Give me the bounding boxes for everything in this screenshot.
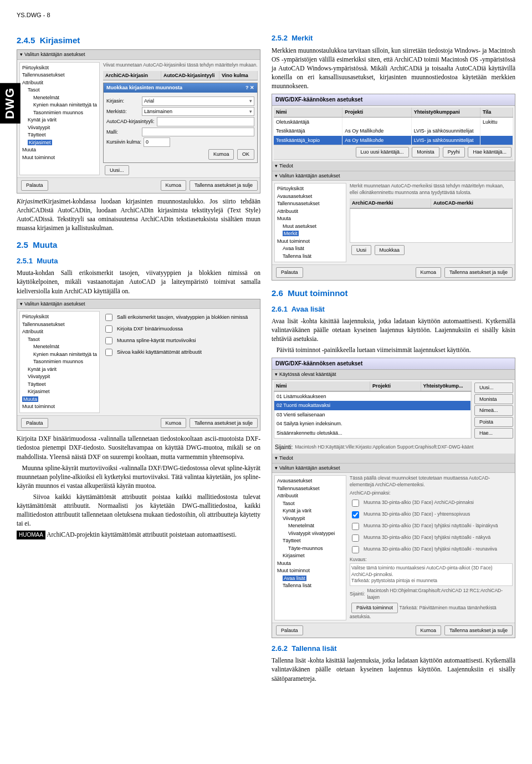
help-icon[interactable]: ? ✕ [245, 84, 254, 91]
tree-item[interactable]: Kynät ja värit [22, 116, 97, 124]
tree-item-selected[interactable]: Kirjasimet [28, 140, 52, 145]
tree-item[interactable]: Viivatyypit [277, 515, 344, 523]
tree-item[interactable]: Avaa lisät [277, 245, 344, 253]
duplicate-button[interactable]: Monista [474, 394, 513, 405]
checkbox[interactable] [352, 546, 359, 553]
tree-item[interactable]: Menetelmät [22, 94, 97, 102]
table-row[interactable]: 03 Vienti sellaisenaan [274, 410, 471, 420]
rename-button[interactable]: Nimeä... [474, 405, 513, 416]
new-button[interactable]: Uusi [351, 245, 371, 256]
save-close-button[interactable]: Tallenna asetukset ja sulje [444, 267, 513, 278]
delete-button[interactable]: Poista [474, 417, 513, 427]
tree-item[interactable]: Kynät ja värit [22, 366, 97, 374]
cancel-button[interactable]: Kumoa [416, 267, 442, 278]
save-close-button[interactable]: Tallenna asetukset ja sulje [444, 625, 513, 636]
checkbox[interactable] [352, 523, 359, 530]
browse-button[interactable]: Hae... [474, 428, 513, 439]
tree-item[interactable]: Kynät ja värit [277, 507, 344, 515]
tree-item[interactable]: Attribuutit [22, 328, 97, 336]
tree-item[interactable]: Muuta [277, 215, 344, 223]
fig1-tree[interactable]: Piirtoyksiköt Tallennusasetukset Attribu… [19, 62, 100, 175]
tree-item[interactable]: Attribuutit [22, 79, 97, 87]
checkbox-splines[interactable] [105, 337, 112, 344]
tree-item[interactable]: Tasot [22, 336, 97, 344]
tree-item[interactable]: Täytteet [22, 131, 97, 139]
tree-item[interactable]: Tallennusasetukset [277, 200, 344, 208]
tree-item[interactable]: Täytteet [277, 537, 344, 545]
tree-item[interactable]: Muuta [277, 560, 344, 568]
tree-item[interactable]: Attribuutit [277, 492, 344, 500]
cancel-button[interactable]: Kumoa [161, 418, 187, 429]
table-row[interactable]: Sisäänrakennettu oletuskää... [274, 429, 471, 438]
tree-item[interactable]: Piirtoyksiköt [22, 313, 97, 321]
tree-item[interactable]: Viivatyypit [22, 373, 97, 381]
tree-item[interactable]: Tallenna lisät [277, 253, 344, 261]
restore-button[interactable]: Palauta [276, 267, 303, 278]
restore-button[interactable]: Palauta [276, 625, 303, 636]
restore-button[interactable]: Palauta [21, 418, 48, 429]
tree-item[interactable]: Muuta [22, 146, 97, 154]
checkbox-clean-attrs[interactable] [105, 349, 112, 356]
tree-item[interactable]: Kirjasimet [22, 388, 97, 396]
duplicate-button[interactable]: Monista [412, 147, 439, 157]
tree-item-selected[interactable]: Merkit [283, 231, 299, 236]
table-row-selected[interactable]: Testikääntäjä_kopioAs Oy MallikohdeLVIS-… [274, 136, 513, 145]
tree-item[interactable]: Muut toiminnot [22, 403, 97, 411]
ok-button[interactable]: OK [237, 149, 254, 160]
cancel-button[interactable]: Kumoa [161, 180, 187, 191]
tree-item[interactable]: Täytteet [22, 381, 97, 389]
cancel-button[interactable]: Kumoa [416, 625, 442, 636]
restore-button[interactable]: Palauta [21, 180, 48, 191]
tree-item[interactable]: Kynien mukaan nimitettyjä ta [22, 101, 97, 109]
tree-item[interactable]: Viivatyypit viivatyypei [277, 530, 344, 538]
tree-item-selected[interactable]: Avaa lisät [283, 575, 306, 581]
fig4-tree[interactable]: Avausasetukset Tallennusasetukset Attrib… [274, 475, 346, 620]
browse-button[interactable]: Hae kääntäjä... [468, 147, 511, 157]
tree-item[interactable]: Tasot [22, 86, 97, 94]
new-translator-button[interactable]: Luo uusi kääntäjä... [356, 147, 409, 157]
font-dropdown[interactable]: Arial [142, 96, 254, 106]
save-close-button[interactable]: Tallenna asetukset ja sulje [190, 418, 258, 429]
table-row[interactable]: TestikääntäjäAs Oy MallikohdeLVIS- ja sä… [274, 126, 513, 136]
cancel-button[interactable]: Kumoa [208, 149, 234, 160]
table-row[interactable]: 01 Lisämuokkaukseen [274, 392, 471, 401]
tree-item[interactable]: Tasonnimien muunnos [22, 358, 97, 366]
charset-dropdown[interactable]: Länsimainen [142, 107, 254, 116]
tree-item[interactable]: Avausasetukset [277, 477, 344, 485]
new-button[interactable]: Uusi... [105, 165, 129, 176]
section-header[interactable]: Tiedot [272, 161, 515, 171]
tree-item[interactable]: Avausasetukset [277, 193, 344, 201]
section-header[interactable]: Tiedot [272, 454, 515, 464]
edit-button[interactable]: Muokkaa [375, 245, 405, 256]
checkbox-special-chars[interactable] [105, 314, 112, 321]
update-functions-button[interactable]: Päivitä toiminnot [351, 603, 398, 613]
erase-button[interactable]: Pyyhi [443, 147, 465, 157]
section-header[interactable]: Valitun kääntäjän asetukset [272, 171, 515, 181]
tree-item[interactable]: Muut toiminnot [277, 238, 344, 246]
section-header[interactable]: Käytössä olevat kääntäjät [272, 370, 515, 380]
tree-item[interactable]: Kirjasimet [277, 552, 344, 560]
tree-item[interactable]: Muut asetukset [277, 223, 344, 231]
tree-item[interactable]: Tallenna lisät [277, 582, 344, 590]
tree-item[interactable]: Piirtoyksiköt [22, 64, 97, 72]
section-header[interactable]: Valitun kääntäjän asetukset [272, 464, 515, 473]
tree-item[interactable]: Muut toiminnot [277, 567, 344, 575]
save-close-button[interactable]: Tallenna asetukset ja sulje [190, 180, 258, 191]
tree-item[interactable]: Attribuutit [277, 208, 344, 216]
new-button[interactable]: Uusi... [474, 383, 513, 393]
tree-item[interactable]: Tallennusasetukset [22, 72, 97, 79]
tree-item[interactable]: Tasot [277, 500, 344, 508]
tree-item[interactable]: Kynien mukaan nimitettyjä ta [22, 351, 97, 359]
style-input[interactable] [157, 117, 254, 126]
table-row[interactable]: 04 Säilytä kynien indeksinum. [274, 419, 471, 429]
fig2-section-header[interactable]: Valitun kääntäjän asetukset [17, 299, 260, 309]
tree-item[interactable]: Muut toiminnot [22, 154, 97, 162]
checkbox-dxf-binary[interactable] [105, 325, 112, 333]
fig1-section-header[interactable]: Valitun kääntäjän asetukset [17, 50, 260, 60]
tree-item[interactable]: Piirtoyksiköt [277, 185, 344, 193]
tree-item[interactable]: Tallennusasetukset [22, 321, 97, 329]
template-input[interactable] [142, 128, 254, 137]
checkbox[interactable] [352, 534, 359, 542]
table-row[interactable]: OletuskääntäjäLukittu [274, 118, 513, 127]
tree-item-selected[interactable]: Muuta [22, 396, 38, 402]
